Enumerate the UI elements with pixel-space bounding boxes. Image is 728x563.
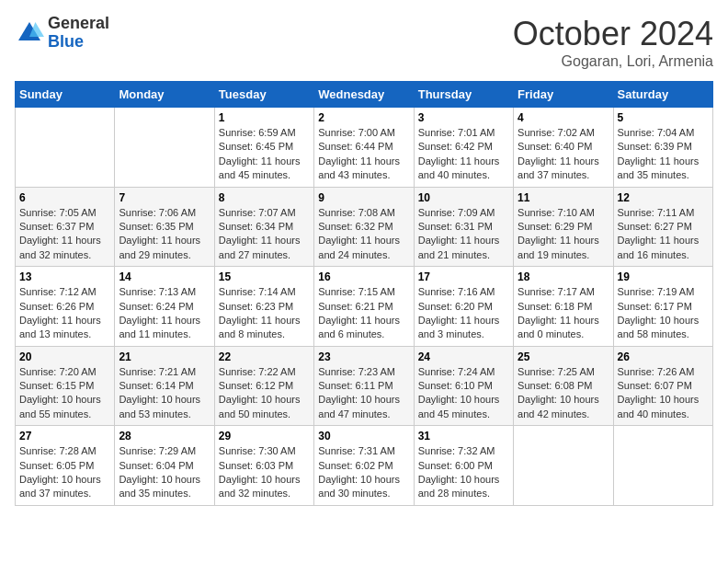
location-subtitle: Gogaran, Lori, Armenia xyxy=(513,53,713,70)
header-row: SundayMondayTuesdayWednesdayThursdayFrid… xyxy=(16,82,713,108)
logo-blue: Blue xyxy=(48,33,109,52)
day-number: 22 xyxy=(219,350,310,363)
day-cell: 20Sunrise: 7:20 AMSunset: 6:15 PMDayligh… xyxy=(16,346,115,426)
day-cell: 23Sunrise: 7:23 AMSunset: 6:11 PMDayligh… xyxy=(314,346,414,426)
day-info: Sunrise: 7:29 AMSunset: 6:04 PMDaylight:… xyxy=(119,444,210,501)
logo-general: General xyxy=(48,15,109,33)
day-info: Sunrise: 7:07 AMSunset: 6:34 PMDaylight:… xyxy=(219,206,310,263)
header-sunday: Sunday xyxy=(16,82,115,108)
day-number: 12 xyxy=(618,191,709,204)
day-info: Sunrise: 7:21 AMSunset: 6:14 PMDaylight:… xyxy=(119,365,210,422)
day-info: Sunrise: 7:26 AMSunset: 6:07 PMDaylight:… xyxy=(618,365,709,422)
day-info: Sunrise: 7:08 AMSunset: 6:32 PMDaylight:… xyxy=(318,206,409,263)
week-row-2: 6Sunrise: 7:05 AMSunset: 6:37 PMDaylight… xyxy=(16,187,713,267)
day-number: 17 xyxy=(418,270,509,283)
day-number: 30 xyxy=(318,430,409,442)
day-info: Sunrise: 7:12 AMSunset: 6:26 PMDaylight:… xyxy=(19,285,110,342)
day-cell: 4Sunrise: 7:02 AMSunset: 6:40 PMDaylight… xyxy=(514,108,613,188)
day-number: 25 xyxy=(518,350,609,363)
day-cell: 11Sunrise: 7:10 AMSunset: 6:29 PMDayligh… xyxy=(514,187,613,267)
day-cell: 1Sunrise: 6:59 AMSunset: 6:45 PMDaylight… xyxy=(214,108,313,188)
day-cell: 22Sunrise: 7:22 AMSunset: 6:12 PMDayligh… xyxy=(214,346,313,426)
day-number: 10 xyxy=(418,191,509,204)
day-number: 29 xyxy=(219,430,310,442)
day-number: 3 xyxy=(418,111,509,124)
day-info: Sunrise: 7:06 AMSunset: 6:35 PMDaylight:… xyxy=(119,206,210,263)
day-cell xyxy=(16,108,115,188)
week-row-4: 20Sunrise: 7:20 AMSunset: 6:15 PMDayligh… xyxy=(16,346,713,426)
day-number: 31 xyxy=(418,430,509,442)
day-number: 16 xyxy=(318,270,409,283)
day-info: Sunrise: 7:31 AMSunset: 6:02 PMDaylight:… xyxy=(318,444,409,501)
day-number: 20 xyxy=(19,350,110,363)
day-number: 13 xyxy=(19,270,110,283)
day-number: 28 xyxy=(119,430,210,442)
day-number: 19 xyxy=(618,270,709,283)
calendar-table: SundayMondayTuesdayWednesdayThursdayFrid… xyxy=(15,81,713,506)
day-info: Sunrise: 7:16 AMSunset: 6:20 PMDaylight:… xyxy=(418,285,509,342)
day-cell: 12Sunrise: 7:11 AMSunset: 6:27 PMDayligh… xyxy=(613,187,712,267)
day-cell: 25Sunrise: 7:25 AMSunset: 6:08 PMDayligh… xyxy=(514,346,613,426)
week-row-1: 1Sunrise: 6:59 AMSunset: 6:45 PMDaylight… xyxy=(16,108,713,188)
day-cell: 9Sunrise: 7:08 AMSunset: 6:32 PMDaylight… xyxy=(314,187,414,267)
day-cell: 10Sunrise: 7:09 AMSunset: 6:31 PMDayligh… xyxy=(414,187,513,267)
day-info: Sunrise: 7:32 AMSunset: 6:00 PMDaylight:… xyxy=(418,444,509,501)
day-cell: 13Sunrise: 7:12 AMSunset: 6:26 PMDayligh… xyxy=(16,267,115,347)
page-header: General Blue October 2024 Gogaran, Lori,… xyxy=(15,15,713,70)
day-cell: 16Sunrise: 7:15 AMSunset: 6:21 PMDayligh… xyxy=(314,267,414,347)
header-saturday: Saturday xyxy=(613,82,712,108)
day-info: Sunrise: 7:19 AMSunset: 6:17 PMDaylight:… xyxy=(618,285,709,342)
title-block: October 2024 Gogaran, Lori, Armenia xyxy=(513,15,713,70)
day-info: Sunrise: 7:01 AMSunset: 6:42 PMDaylight:… xyxy=(418,126,509,183)
day-cell: 17Sunrise: 7:16 AMSunset: 6:20 PMDayligh… xyxy=(414,267,513,347)
day-cell: 7Sunrise: 7:06 AMSunset: 6:35 PMDaylight… xyxy=(115,187,214,267)
day-number: 11 xyxy=(518,191,609,204)
logo-text: General Blue xyxy=(48,15,109,52)
header-tuesday: Tuesday xyxy=(214,82,313,108)
day-info: Sunrise: 7:11 AMSunset: 6:27 PMDaylight:… xyxy=(618,206,709,263)
day-cell: 21Sunrise: 7:21 AMSunset: 6:14 PMDayligh… xyxy=(115,346,214,426)
day-cell: 27Sunrise: 7:28 AMSunset: 6:05 PMDayligh… xyxy=(16,426,115,506)
day-info: Sunrise: 7:17 AMSunset: 6:18 PMDaylight:… xyxy=(518,285,609,342)
day-cell: 6Sunrise: 7:05 AMSunset: 6:37 PMDaylight… xyxy=(16,187,115,267)
day-cell: 26Sunrise: 7:26 AMSunset: 6:07 PMDayligh… xyxy=(613,346,712,426)
day-info: Sunrise: 7:02 AMSunset: 6:40 PMDaylight:… xyxy=(518,126,609,183)
day-cell: 15Sunrise: 7:14 AMSunset: 6:23 PMDayligh… xyxy=(214,267,313,347)
day-cell: 8Sunrise: 7:07 AMSunset: 6:34 PMDaylight… xyxy=(214,187,313,267)
day-number: 7 xyxy=(119,191,210,204)
day-cell: 28Sunrise: 7:29 AMSunset: 6:04 PMDayligh… xyxy=(115,426,214,506)
day-number: 18 xyxy=(518,270,609,283)
day-number: 6 xyxy=(19,191,110,204)
day-info: Sunrise: 6:59 AMSunset: 6:45 PMDaylight:… xyxy=(219,126,310,183)
day-number: 9 xyxy=(318,191,409,204)
day-info: Sunrise: 7:14 AMSunset: 6:23 PMDaylight:… xyxy=(219,285,310,342)
day-number: 8 xyxy=(219,191,310,204)
day-info: Sunrise: 7:13 AMSunset: 6:24 PMDaylight:… xyxy=(119,285,210,342)
day-number: 24 xyxy=(418,350,509,363)
week-row-5: 27Sunrise: 7:28 AMSunset: 6:05 PMDayligh… xyxy=(16,426,713,506)
header-friday: Friday xyxy=(514,82,613,108)
day-number: 27 xyxy=(19,430,110,442)
day-info: Sunrise: 7:25 AMSunset: 6:08 PMDaylight:… xyxy=(518,365,609,422)
day-info: Sunrise: 7:23 AMSunset: 6:11 PMDaylight:… xyxy=(318,365,409,422)
day-cell: 2Sunrise: 7:00 AMSunset: 6:44 PMDaylight… xyxy=(314,108,414,188)
day-cell xyxy=(613,426,712,506)
day-cell xyxy=(115,108,214,188)
day-cell: 24Sunrise: 7:24 AMSunset: 6:10 PMDayligh… xyxy=(414,346,513,426)
day-cell: 31Sunrise: 7:32 AMSunset: 6:00 PMDayligh… xyxy=(414,426,513,506)
day-number: 21 xyxy=(119,350,210,363)
day-number: 1 xyxy=(219,111,310,124)
day-info: Sunrise: 7:00 AMSunset: 6:44 PMDaylight:… xyxy=(318,126,409,183)
day-number: 5 xyxy=(618,111,709,124)
day-number: 23 xyxy=(318,350,409,363)
header-wednesday: Wednesday xyxy=(314,82,414,108)
month-title: October 2024 xyxy=(513,15,713,53)
day-info: Sunrise: 7:10 AMSunset: 6:29 PMDaylight:… xyxy=(518,206,609,263)
day-number: 26 xyxy=(618,350,709,363)
day-info: Sunrise: 7:15 AMSunset: 6:21 PMDaylight:… xyxy=(318,285,409,342)
day-info: Sunrise: 7:04 AMSunset: 6:39 PMDaylight:… xyxy=(618,126,709,183)
day-cell: 3Sunrise: 7:01 AMSunset: 6:42 PMDaylight… xyxy=(414,108,513,188)
day-cell: 18Sunrise: 7:17 AMSunset: 6:18 PMDayligh… xyxy=(514,267,613,347)
day-info: Sunrise: 7:09 AMSunset: 6:31 PMDaylight:… xyxy=(418,206,509,263)
day-cell: 5Sunrise: 7:04 AMSunset: 6:39 PMDaylight… xyxy=(613,108,712,188)
